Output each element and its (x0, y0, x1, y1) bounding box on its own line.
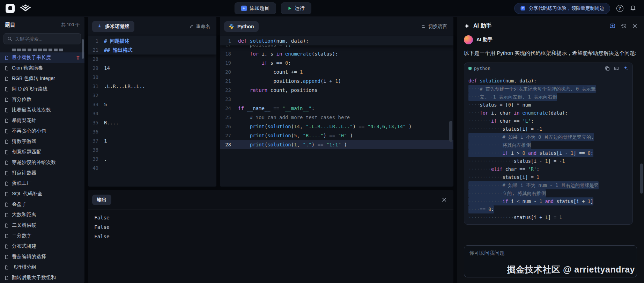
code-line[interactable]: ················status[i - 1] = -1 (468, 157, 628, 165)
sidebar-item[interactable]: 叠盘子 (0, 199, 84, 210)
insert-code-icon[interactable] (614, 66, 619, 71)
code-line[interactable]: ············if i > 0 and status[i - 1] =… (468, 149, 628, 157)
code-line[interactable]: ············# 如果 i 不为 num - 1 且右边的骨牌是竖 (468, 181, 628, 189)
code-line[interactable]: 21 positions.append(i + 1) (220, 77, 453, 86)
code-line[interactable]: 26 print(solution(14, ".L.R...LR..L..") … (220, 122, 453, 131)
code-line[interactable]: 19 if s == 0: (220, 58, 453, 67)
promo-banner[interactable]: 分享代码练习体验，领限量定制周边 (514, 3, 610, 14)
sidebar-item[interactable]: 翻转后最大子数组和 (0, 273, 84, 283)
sidebar-item[interactable]: 蛋糕工厂 (0, 178, 84, 189)
code-line[interactable]: 2914 (88, 64, 216, 73)
code-line[interactable]: ····# 首先创建一个列表来记录每个骨牌的状态, 0 表示竖 (468, 85, 628, 93)
code-line[interactable]: 31.L.R...LR..L.. (88, 82, 216, 91)
code-line[interactable]: ····for i, char in enumerate(data): (468, 109, 628, 117)
code-line[interactable]: ············将其向左推倒 (468, 141, 628, 149)
code-line[interactable]: ················status[i + 1] = 1 (468, 213, 628, 222)
problem-title-chip[interactable]: 多米诺骨牌 (92, 21, 134, 32)
search-box[interactable] (3, 33, 81, 44)
code-line[interactable]: 32 (88, 91, 216, 100)
code-line[interactable]: 36 (88, 127, 216, 136)
code-line[interactable]: 40 (88, 164, 216, 173)
code-line[interactable]: 24if __name__ == "__main__": (220, 104, 453, 113)
add-problem-button[interactable]: + 添加题目 (235, 2, 276, 14)
new-chat-icon[interactable] (609, 23, 615, 29)
sidebar-item[interactable]: 番茄编辑的选择 (0, 252, 84, 262)
code-line[interactable]: 335 (88, 100, 216, 109)
sidebar-item[interactable]: 不再贪心的小包 (0, 126, 84, 136)
sidebar-item[interactable]: 分布式团建 (0, 241, 84, 252)
code-line[interactable]: 17 positions = [] (220, 45, 453, 49)
code-line[interactable]: 25 # You can add more test cases here (220, 113, 453, 122)
sidebar-item[interactable]: SQL 代码补全 (0, 189, 84, 199)
help-icon[interactable]: ? (616, 5, 623, 12)
code-line[interactable]: ········if char == 'L': (468, 117, 628, 125)
search-input[interactable] (15, 36, 77, 42)
search-icon (7, 36, 12, 41)
output-tab[interactable]: 输出 (92, 195, 111, 205)
sidebar-item[interactable]: 猜数字游戏 (0, 136, 84, 147)
run-button[interactable]: 运行 (281, 2, 311, 14)
editor-scrollbar[interactable] (449, 121, 452, 142)
code-line[interactable]: ············status[i] = 1 (468, 173, 628, 181)
output-line: False (94, 232, 447, 241)
code-line[interactable]: 34 (88, 109, 216, 118)
ai-scrollbar[interactable] (640, 164, 643, 194)
code-line[interactable]: 21## 输出格式 (88, 45, 216, 55)
sidebar-item[interactable]: 二叉树供暖 (0, 220, 84, 231)
code-line[interactable]: ····status = [0] * num (468, 101, 628, 109)
code-line[interactable]: 27 print(solution(5, "R....") == "0" ) (220, 131, 453, 140)
code-line[interactable]: 28 print(solution(1, ".") == "1:1" ) (220, 140, 453, 149)
switch-language-button[interactable]: 切换语言 (421, 23, 449, 30)
code-line[interactable]: ············# 如果 i 不为 0 且左边的骨牌是竖立的, (468, 133, 628, 141)
code-line[interactable]: 1# 问题描述 (88, 36, 216, 45)
sidebar-item-clipped[interactable] (0, 48, 84, 52)
code-line[interactable]: 20 count += 1 (220, 67, 453, 77)
code-line[interactable]: ········elif char == 'R': (468, 165, 628, 173)
apply-code-icon[interactable] (623, 66, 628, 71)
sidebar-item[interactable]: 暴雨梨花针 (0, 115, 84, 126)
sidebar-item[interactable]: 二分数字 (0, 231, 84, 241)
code-line[interactable]: 371 (88, 136, 216, 145)
ai-chat-input-box[interactable] (464, 245, 637, 277)
close-output-icon[interactable] (442, 197, 446, 202)
code-line[interactable]: 35R.... (88, 118, 216, 127)
code-line[interactable]: 18 for i, s in enumerate(status): (220, 49, 453, 58)
code-line[interactable]: def solution(num, data): (468, 77, 628, 85)
history-icon[interactable] (621, 23, 627, 29)
bell-icon[interactable] (630, 5, 636, 12)
sidebar-item[interactable]: 阿 D 的飞行路线 (0, 84, 84, 94)
copy-code-icon[interactable] (605, 66, 610, 71)
code-line[interactable]: 39. (88, 154, 216, 164)
rename-button[interactable]: 重命名 (189, 23, 213, 30)
code-line[interactable]: ····立, -1 表示向左倒, 1 表示向右倒 (468, 93, 628, 101)
code-line[interactable]: ············status[i] = -1 (468, 125, 628, 133)
juejin-logo-icon[interactable] (20, 4, 31, 13)
code-line[interactable]: ············立的, 将其向右推倒 (468, 189, 628, 197)
sidebar-item-label: 翻转后最大子数组和 (12, 275, 56, 281)
delete-icon[interactable] (76, 56, 80, 60)
sidebar-item[interactable]: 比赛最高获胜次数 (0, 105, 84, 115)
sidebar-item[interactable]: RGB 色值转 Integer (0, 73, 84, 84)
ai-chat-input[interactable] (469, 250, 632, 256)
code-line[interactable]: 38 (88, 145, 216, 154)
language-chip[interactable]: Python (224, 21, 259, 32)
sidebar-item[interactable]: Cion 勒索病毒 (0, 63, 84, 73)
sidebar-scrollbar[interactable] (82, 39, 84, 59)
sidebar-item[interactable]: 创意标题匹配 (0, 147, 84, 157)
sidebar-item[interactable]: 穿越沙漠的补给次数 (0, 157, 84, 168)
code-line[interactable]: ············if i < num - 1 and status[i … (468, 197, 628, 205)
sidebar-item[interactable]: 飞行棋分组 (0, 262, 84, 273)
sidebar-item[interactable]: 最小替换子串长度 (0, 52, 84, 63)
code-line[interactable]: 30 (88, 73, 216, 82)
code-line[interactable]: 22 return count, positions (220, 86, 453, 95)
sidebar-item[interactable]: 大数和距离 (0, 210, 84, 220)
sidebar-item[interactable]: 打点计数器 (0, 168, 84, 178)
code-line[interactable]: 23 (220, 95, 453, 104)
code-editor[interactable]: 1def solution(num, data): 17 positions =… (220, 36, 453, 187)
code-line[interactable]: 28 (88, 55, 216, 64)
close-ai-icon[interactable] (632, 24, 637, 28)
sidebar-item[interactable]: 百分位数 (0, 94, 84, 105)
app-logo-icon[interactable] (6, 4, 15, 13)
code-line[interactable]: 1def solution(num, data): (220, 36, 453, 45)
code-line[interactable]: ····== 0: (468, 205, 628, 213)
